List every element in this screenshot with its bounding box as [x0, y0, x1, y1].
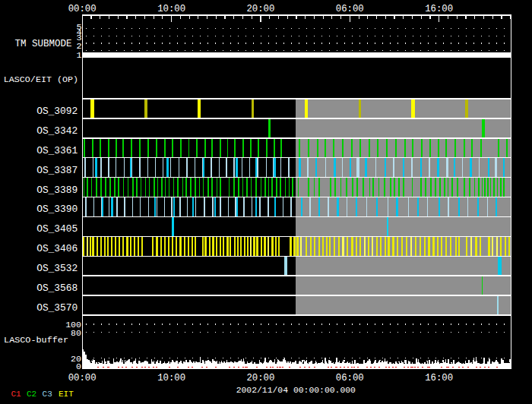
svg-text:1: 1: [77, 50, 82, 61]
svg-text:0: 0: [76, 361, 81, 371]
svg-text:C1: C1: [11, 390, 21, 399]
svg-text:00:00: 00:00: [68, 373, 97, 383]
svg-text:OS_3390: OS_3390: [36, 204, 78, 215]
svg-text:20:00: 20:00: [246, 4, 274, 14]
svg-text:C2: C2: [27, 390, 36, 399]
svg-text:00:00: 00:00: [68, 4, 97, 14]
svg-text:10:00: 10:00: [157, 373, 185, 383]
svg-text:LASCO-buffer: LASCO-buffer: [4, 335, 68, 346]
svg-text:06:00: 06:00: [336, 373, 364, 383]
svg-text:20:00: 20:00: [246, 373, 274, 383]
svg-text:80: 80: [71, 328, 81, 338]
svg-text:OS_3570: OS_3570: [36, 302, 78, 314]
svg-text:10:00: 10:00: [157, 4, 185, 14]
svg-text:16:00: 16:00: [425, 373, 453, 383]
svg-text:OS_3405: OS_3405: [36, 223, 78, 235]
svg-text:2002/11/04 00:00:00.000: 2002/11/04 00:00:00.000: [236, 386, 356, 395]
svg-text:OS_3361: OS_3361: [36, 145, 78, 156]
svg-text:OS_3568: OS_3568: [36, 282, 78, 294]
svg-text:OS_3389: OS_3389: [36, 185, 78, 196]
svg-text:EIT: EIT: [59, 390, 74, 399]
svg-text:OS_3406: OS_3406: [36, 243, 78, 254]
svg-text:16:00: 16:00: [425, 4, 453, 14]
svg-text:OS_3092: OS_3092: [36, 106, 78, 117]
svg-text:OS_3532: OS_3532: [36, 263, 78, 274]
svg-text:06:00: 06:00: [336, 4, 364, 14]
svg-text:TM SUBMODE: TM SUBMODE: [14, 39, 71, 49]
svg-text:OS_3387: OS_3387: [36, 165, 78, 176]
svg-text:OS_3342: OS_3342: [36, 125, 78, 137]
svg-text:C3: C3: [43, 390, 52, 399]
svg-text:LASCO/EIT (OP): LASCO/EIT (OP): [4, 74, 78, 85]
